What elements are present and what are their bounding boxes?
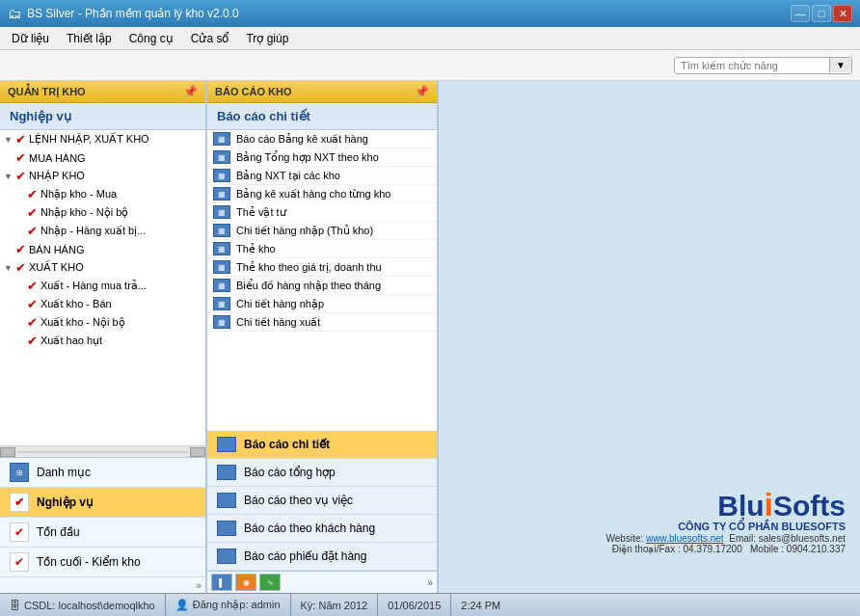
report-item[interactable]: ▦ Chi tiết hàng nhập <box>207 295 437 313</box>
tree-item-label: Nhập kho - Mua <box>40 188 117 201</box>
report-icon: ▦ <box>213 297 230 310</box>
tree-item[interactable]: ✔ Xuất - Hàng mua trả... <box>0 277 205 295</box>
nav-btn-ton-cuoi[interactable]: ✔ Tồn cuối - Kiểm kho <box>0 548 205 577</box>
report-icon: ▦ <box>213 224 230 237</box>
report-nav-khach-hang[interactable]: Báo cáo theo khách hàng <box>207 515 437 543</box>
company-name: CÔNG TY CỔ PHẦN BLUESOFTS <box>606 521 846 533</box>
check-icon: ✔ <box>27 297 38 311</box>
status-login-icon: 👤 <box>175 599 189 611</box>
pin-icon[interactable]: 📌 <box>183 85 198 98</box>
tree-item[interactable]: ✔ MUA HÀNG <box>0 148 205 167</box>
footer-pie-chart-icon[interactable]: ◉ <box>235 574 256 591</box>
footer-bar-chart-icon[interactable]: ▌ <box>211 574 232 591</box>
maximize-button[interactable]: □ <box>812 5 831 22</box>
email-label: Email: <box>729 533 756 544</box>
left-panel: QUẢN TRỊ KHO 📌 Nghiệp vụ ▼ ✔ LỆNH NHẬP, … <box>0 81 207 593</box>
tree-item-label: XUẤT KHO <box>29 261 84 274</box>
status-year-text: Kỳ: Năm 2012 <box>301 600 368 611</box>
report-footer: ▌ ◉ ∿ » <box>207 571 437 593</box>
footer-line-chart-icon[interactable]: ∿ <box>259 574 281 591</box>
menu-cua-so[interactable]: Cửa sổ <box>183 30 237 47</box>
menu-tro-giup[interactable]: Trợ giúp <box>238 30 296 47</box>
report-item[interactable]: ▦ Thẻ vật tư <box>207 203 437 222</box>
search-input[interactable] <box>675 58 829 73</box>
expand-arrows[interactable]: » <box>196 579 202 591</box>
report-item-label: Thẻ kho <box>236 243 276 255</box>
close-button[interactable]: ✕ <box>833 5 852 22</box>
report-item[interactable]: ▦ Chi tiết hàng nhập (Thủ kho) <box>207 222 437 240</box>
report-item-label: Chi tiết hàng nhập <box>236 298 324 310</box>
report-item-label: Chi tiết hàng nhập (Thủ kho) <box>236 225 373 237</box>
nav-btn-danh-muc[interactable]: ⊞ Danh mục <box>0 458 205 488</box>
left-tree-scroll[interactable]: ▼ ✔ LỆNH NHẬP, XUẤT KHO ✔ MUA HÀNG ▼ ✔ N… <box>0 130 205 445</box>
status-time: 2:24 PM <box>451 594 510 616</box>
horizontal-scrollbar[interactable] <box>0 445 205 457</box>
tree-item-label: Nhập - Hàng xuất bị... <box>40 225 146 237</box>
email-value: sales@bluesofts.net <box>759 533 846 544</box>
report-icon: ▦ <box>213 279 230 292</box>
status-date: 01/06/2015 <box>378 594 451 616</box>
pin-icon-middle[interactable]: 📌 <box>415 85 429 98</box>
check-icon: ✔ <box>27 279 38 293</box>
report-icon: ▦ <box>213 132 230 146</box>
tree-item[interactable]: ▼ ✔ XUẤT KHO <box>0 258 205 277</box>
report-item[interactable]: ▦ Thẻ kho theo giá trị, doanh thu <box>207 258 437 277</box>
tree-item[interactable]: ✔ Nhập - Hàng xuất bị... <box>0 222 205 240</box>
search-dropdown-button[interactable]: ▼ <box>829 58 851 72</box>
tree-item[interactable]: ✔ Xuất hao hụt <box>0 332 205 350</box>
report-icon: ▦ <box>213 169 230 182</box>
report-tree-scroll[interactable]: ▦ Báo cáo Bảng kê xuất hàng ▦ Bảng Tổng … <box>207 130 437 431</box>
report-icon: ▦ <box>213 260 230 274</box>
status-csdl-text: CSDL: localhost\demoqlkho <box>24 600 155 611</box>
menu-thiet-lap[interactable]: Thiết lập <box>59 30 120 47</box>
tree-item[interactable]: ▼ ✔ NHẬP KHO <box>0 167 205 185</box>
report-item[interactable]: ▦ Thẻ kho <box>207 240 437 258</box>
tree-item[interactable]: ✔ BÁN HÀNG <box>0 240 205 258</box>
report-nav-chi-tiet[interactable]: Báo cáo chi tiết <box>207 431 437 459</box>
website-link[interactable]: www.bluesofts.net <box>646 533 724 544</box>
report-nav-vu-viec[interactable]: Báo cáo theo vụ việc <box>207 487 437 515</box>
tree-item[interactable]: ✔ Xuất kho - Bán <box>0 295 205 313</box>
check-icon: ✔ <box>27 334 38 348</box>
nav-btn-label: Danh mục <box>37 466 91 479</box>
danh-muc-icon: ⊞ <box>10 463 29 482</box>
expand-icon: ▼ <box>4 263 15 273</box>
tree-item[interactable]: ✔ Xuất kho - Nội bộ <box>0 313 205 332</box>
nav-btn-nghiep-vu[interactable]: ✔ Nghiệp vụ <box>0 488 205 518</box>
status-bar: 🗄 CSDL: localhost\demoqlkho 👤 Đăng nhập:… <box>0 593 860 616</box>
tree-item[interactable]: ✔ Nhập kho - Mua <box>0 185 205 203</box>
search-box[interactable]: ▼ <box>674 57 852 74</box>
nav-btn-label: Tồn cuối - Kiểm kho <box>37 555 141 569</box>
minimize-button[interactable]: — <box>791 5 810 22</box>
right-panel: BluiSofts CÔNG TY CỔ PHẦN BLUESOFTS Webs… <box>439 81 860 593</box>
report-nav-icon <box>217 521 236 536</box>
check-icon: ✔ <box>27 315 38 330</box>
middle-expand-arrows[interactable]: » <box>427 576 433 588</box>
bao-cao-chi-tiet-label: Báo cáo chi tiết <box>207 103 437 130</box>
report-nav-phieu-dat[interactable]: Báo cáo phiếu đặt hàng <box>207 543 437 571</box>
report-item-label: Biểu đồ hàng nhập theo tháng <box>236 280 381 292</box>
left-panel-title: QUẢN TRỊ KHO <box>8 86 86 98</box>
main-container: QUẢN TRỊ KHO 📌 Nghiệp vụ ▼ ✔ LỆNH NHẬP, … <box>0 81 860 593</box>
report-item[interactable]: ▦ Báo cáo Bảng kê xuất hàng <box>207 130 437 148</box>
menu-cong-cu[interactable]: Công cụ <box>121 30 181 47</box>
tree-item-label: Xuất - Hàng mua trả... <box>40 280 147 292</box>
menu-du-lieu[interactable]: Dữ liệu <box>4 30 57 47</box>
left-nav-buttons: ⊞ Danh mục ✔ Nghiệp vụ ✔ Tồn đầu ✔ <box>0 457 205 577</box>
report-nav-icon <box>217 437 236 452</box>
report-item[interactable]: ▦ Biểu đồ hàng nhập theo tháng <box>207 277 437 295</box>
menu-bar: Dữ liệu Thiết lập Công cụ Cửa sổ Trợ giú… <box>0 27 860 50</box>
tree-item[interactable]: ✔ Nhập kho - Nội bộ <box>0 203 205 222</box>
report-item[interactable]: ▦ Chi tiết hàng xuất <box>207 313 437 332</box>
phone-value: 04.379.17200 <box>684 544 742 554</box>
nav-btn-ton-dau[interactable]: ✔ Tồn đầu <box>0 518 205 548</box>
report-nav-icon <box>217 465 236 480</box>
report-item[interactable]: ▦ Bảng Tổng hợp NXT theo kho <box>207 148 437 167</box>
company-logo-area: BluiSofts CÔNG TY CỔ PHẦN BLUESOFTS Webs… <box>606 488 846 554</box>
report-nav-tong-hop[interactable]: Báo cáo tổng hợp <box>207 459 437 487</box>
tree-item[interactable]: ▼ ✔ LỆNH NHẬP, XUẤT KHO <box>0 130 205 148</box>
report-item[interactable]: ▦ Bảng kê xuất hàng cho từng kho <box>207 185 437 203</box>
report-item[interactable]: ▦ Bảng NXT tại các kho <box>207 167 437 185</box>
tree-item-label: LỆNH NHẬP, XUẤT KHO <box>29 133 149 146</box>
report-nav-buttons: Báo cáo chi tiết Báo cáo tổng hợp Báo cá… <box>207 431 437 571</box>
